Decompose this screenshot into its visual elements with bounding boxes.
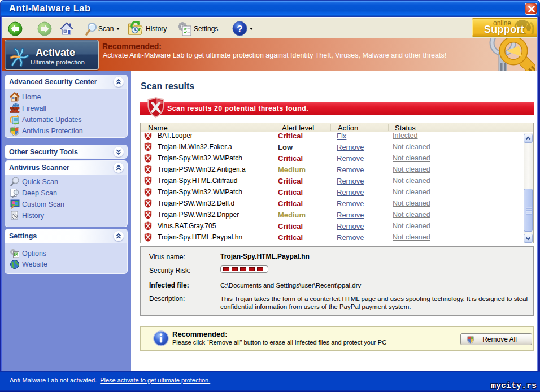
svg-text:?: ? (237, 24, 242, 34)
